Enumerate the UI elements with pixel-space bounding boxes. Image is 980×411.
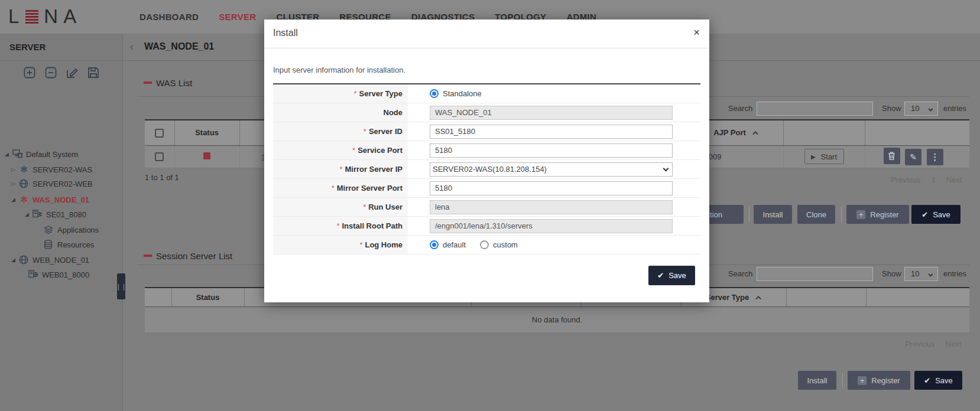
web-globe-icon <box>19 255 29 265</box>
page-number[interactable]: 1 <box>932 175 936 184</box>
add-node-button[interactable] <box>24 67 35 79</box>
session-search-input[interactable] <box>757 267 873 281</box>
status-header[interactable]: Status <box>171 288 244 306</box>
form-row-server-type: *Server Type Standalone <box>273 84 700 103</box>
mirror-server-ip-select[interactable]: SERVER02-WAS(10.81.208.154) <box>430 162 673 177</box>
plus-icon: + <box>858 376 867 385</box>
session-save-button[interactable]: ✔Save <box>914 371 962 390</box>
register-button[interactable]: +Register <box>846 205 909 224</box>
caret-expanded-icon[interactable]: ◢ <box>10 197 17 203</box>
previous-button[interactable]: Previous <box>905 340 935 348</box>
field-label: Install Root Path <box>342 221 403 230</box>
pencil-icon: ✎ <box>910 152 917 162</box>
modal-save-button[interactable]: ✔ Save <box>648 266 695 285</box>
form-row-mirror-ip: *Mirror Server IP SERVER02-WAS(10.81.208… <box>273 160 700 179</box>
was-search-input[interactable] <box>757 102 873 116</box>
server-id-field[interactable] <box>430 125 673 139</box>
sidebar-toolbar <box>0 67 123 79</box>
entries-label: entries <box>943 104 966 113</box>
session-pagination: Previous Next <box>905 340 961 348</box>
session-register-button[interactable]: +Register <box>848 371 910 390</box>
install-button[interactable]: Install <box>754 205 792 224</box>
tree-item-default-system[interactable]: ◢ Default System <box>4 148 78 161</box>
previous-button[interactable]: Previous <box>891 175 921 184</box>
form-row-node: Node <box>273 103 700 122</box>
log-home-custom-radio[interactable] <box>480 240 489 249</box>
button-divider <box>749 207 749 222</box>
caret-collapsed-icon[interactable]: ▷ <box>10 181 17 187</box>
start-button[interactable]: ▶Start <box>804 149 844 164</box>
chevron-down-icon <box>929 107 933 112</box>
close-icon[interactable]: × <box>693 26 700 39</box>
form-row-log-home: *Log Home default custom <box>273 236 700 255</box>
clone-button[interactable]: Clone <box>797 205 835 224</box>
show-label: Show <box>882 104 901 113</box>
install-form: *Server Type Standalone Node *Server ID … <box>273 83 700 255</box>
sidebar-collapse-handle[interactable]: ❘❘ <box>117 273 125 299</box>
caret-expanded-icon[interactable]: ◢ <box>24 211 30 217</box>
field-label: Server ID <box>369 127 403 136</box>
resources-database-icon <box>44 240 54 249</box>
select-all-checkbox[interactable] <box>155 129 164 138</box>
server-instance-icon <box>28 270 38 279</box>
run-user-field <box>430 200 673 214</box>
search-label: Search <box>728 269 752 278</box>
log-home-default-radio[interactable] <box>430 240 439 249</box>
entries-label: entries <box>943 269 966 278</box>
kebab-menu-icon: ⋮ <box>930 152 939 162</box>
remove-node-button[interactable] <box>45 67 57 79</box>
server-type-standalone-radio[interactable] <box>430 89 439 98</box>
tree-item-server02-was[interactable]: ▷ ✻ SERVER02-WAS <box>10 163 92 176</box>
status-header[interactable]: Status <box>174 120 239 145</box>
applications-layers-icon <box>44 225 54 234</box>
was-list-title: WAS List <box>144 78 192 87</box>
app-root: L N A DASHBOARD SERVER CLUSTER RESOURCE … <box>0 0 980 411</box>
edit-node-button[interactable] <box>66 67 78 79</box>
session-page-size-select[interactable]: 10 <box>904 267 938 281</box>
field-label: Server Type <box>359 89 403 98</box>
delete-button[interactable] <box>884 148 900 164</box>
collapse-chevron-icon[interactable]: ‹ <box>130 41 134 53</box>
radio-label: Standalone <box>443 89 482 98</box>
row-checkbox[interactable] <box>155 152 164 161</box>
more-actions-button[interactable]: ⋮ <box>927 149 943 165</box>
edit-button[interactable]: ✎ <box>905 149 921 165</box>
mirror-server-port-field[interactable] <box>430 181 673 195</box>
was-mesh-icon: ✻ <box>19 195 29 204</box>
logo-letter: N <box>44 6 59 27</box>
search-label: Search <box>728 104 752 113</box>
tree-item-resources[interactable]: Resources <box>44 238 94 251</box>
nav-dashboard[interactable]: DASHBOARD <box>139 12 199 22</box>
lena-logo[interactable]: L N A <box>8 6 77 27</box>
tree-item-was-node-01[interactable]: ◢ ✻ WAS_NODE_01 <box>10 193 89 206</box>
tree-item-applications[interactable]: Applications <box>44 223 99 236</box>
server-instance-icon <box>33 210 43 219</box>
was-page-size-select[interactable]: 10 <box>904 102 938 116</box>
section-dash-icon <box>144 255 152 257</box>
save-tree-button[interactable] <box>87 67 99 79</box>
caret-collapsed-icon[interactable]: ▷ <box>10 167 17 172</box>
tree-item-server02-web[interactable]: ▷ SERVER02-WEB <box>10 177 93 190</box>
play-icon: ▶ <box>811 154 816 160</box>
sort-asc-icon <box>755 296 761 302</box>
was-pagination: Previous 1 Next <box>891 175 962 184</box>
caret-expanded-icon[interactable]: ◢ <box>10 257 17 263</box>
section-dash-icon <box>144 81 152 84</box>
next-button[interactable]: Next <box>946 340 962 348</box>
tree-item-se01-8080[interactable]: ◢ SE01_8080 <box>24 208 86 221</box>
check-icon: ✔ <box>657 271 664 280</box>
field-label: Mirror Server Port <box>337 184 403 193</box>
sort-asc-icon <box>752 131 758 137</box>
session-install-button[interactable]: Install <box>798 371 836 390</box>
next-button[interactable]: Next <box>946 175 962 184</box>
check-icon: ✔ <box>921 210 928 219</box>
service-port-field[interactable] <box>430 143 673 158</box>
save-button[interactable]: ✔Save <box>911 205 960 224</box>
nav-server[interactable]: SERVER <box>219 12 256 22</box>
chevron-down-icon <box>929 272 933 277</box>
install-modal: Install × Input server information for i… <box>264 19 709 302</box>
tree-item-web01-8000[interactable]: WEB01_8000 <box>28 268 89 281</box>
caret-expanded-icon[interactable]: ◢ <box>4 151 10 157</box>
show-label: Show <box>882 269 901 278</box>
tree-item-web-node-01[interactable]: ◢ WEB_NODE_01 <box>10 253 89 266</box>
